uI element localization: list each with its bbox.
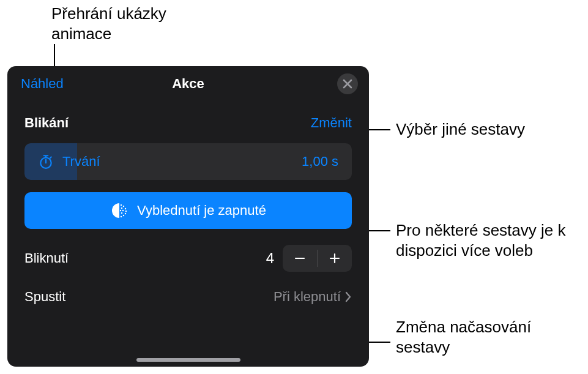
fade-icon	[110, 201, 128, 220]
start-value: Při klepnutí	[274, 289, 352, 305]
svg-point-9	[125, 208, 126, 209]
start-label: Spustit	[24, 289, 65, 305]
duration-value: 1,00 s	[302, 154, 338, 170]
svg-point-7	[121, 204, 122, 206]
section-title: Blikání	[24, 115, 69, 131]
svg-point-16	[121, 212, 122, 214]
svg-point-14	[121, 208, 122, 209]
svg-point-8	[123, 206, 124, 207]
panel-title: Akce	[172, 76, 204, 92]
svg-line-4	[50, 157, 51, 158]
duration-slider[interactable]: Trvání 1,00 s	[24, 143, 352, 180]
start-row[interactable]: Spustit Při klepnutí	[7, 272, 369, 305]
plus-icon	[329, 252, 341, 264]
stepper-plus-button[interactable]	[318, 245, 352, 272]
fade-toggle-button[interactable]: Vyblednutí je zapnuté	[24, 192, 352, 229]
svg-point-11	[125, 213, 126, 214]
actions-panel: Náhled Akce Blikání Změnit Trvání 1,00 s	[7, 66, 369, 367]
svg-point-6	[112, 203, 127, 218]
duration-label: Trvání	[62, 154, 100, 170]
callout-change: Výběr jiné sestavy	[396, 119, 525, 140]
panel-header: Náhled Akce	[7, 66, 369, 102]
svg-point-17	[120, 210, 121, 211]
fade-label: Vyblednutí je zapnuté	[137, 203, 266, 219]
minus-icon	[294, 252, 306, 264]
svg-point-13	[121, 216, 122, 217]
section-row: Blikání Změnit	[7, 102, 369, 142]
blink-label: Bliknutí	[24, 250, 69, 266]
chevron-right-icon	[344, 291, 352, 302]
close-icon	[343, 79, 352, 89]
svg-point-10	[125, 211, 127, 212]
home-indicator	[136, 358, 240, 362]
preview-link[interactable]: Náhled	[21, 76, 64, 92]
blink-stepper	[283, 245, 352, 272]
blink-value: 4	[266, 250, 274, 267]
svg-point-15	[122, 210, 124, 211]
change-link[interactable]: Změnit	[311, 115, 352, 131]
stopwatch-icon	[38, 154, 54, 170]
blink-row: Bliknutí 4	[7, 229, 369, 272]
close-button[interactable]	[337, 73, 358, 94]
svg-point-12	[123, 215, 124, 216]
stepper-minus-button[interactable]	[283, 245, 317, 272]
callout-start: Změna načasování sestavy	[396, 317, 567, 357]
callout-fade: Pro některé sestavy je k dispozici více …	[396, 220, 579, 260]
start-value-text: Při klepnutí	[274, 289, 341, 305]
callout-preview: Přehrání ukázky animace	[51, 4, 210, 43]
